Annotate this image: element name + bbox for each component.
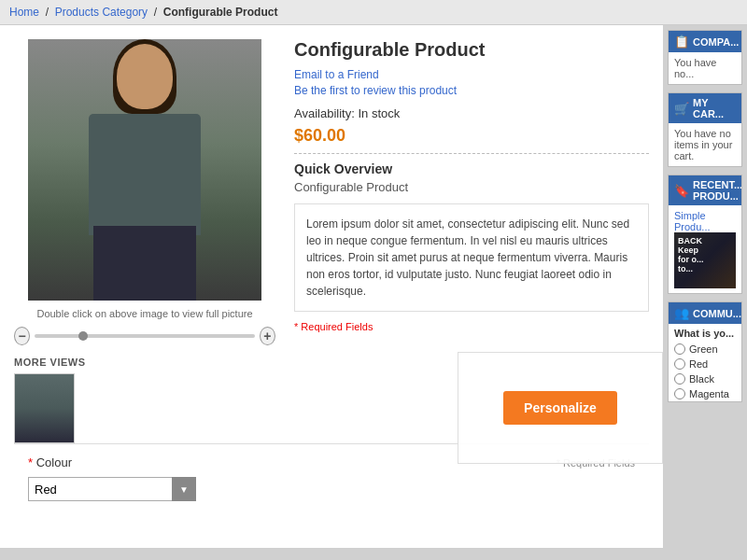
recently-title: RECENT... PRODU... <box>693 179 742 202</box>
community-option-red: Red <box>669 357 741 371</box>
content-area: Double click on above image to view full… <box>0 25 663 548</box>
personalize-overlay: Personalize <box>458 352 663 464</box>
product-price: $60.00 <box>294 126 649 146</box>
image-caption: Double click on above image to view full… <box>14 308 275 319</box>
colour-select-wrapper: Red Green Blue Black <box>28 477 196 501</box>
community-green-label: Green <box>689 343 718 355</box>
community-question: What is yo... <box>669 324 741 342</box>
zoom-slider-thumb <box>78 331 88 341</box>
community-icon: 👥 <box>674 306 689 320</box>
zoom-controls: − + <box>14 327 275 345</box>
required-fields: * Required Fields <box>294 321 649 332</box>
compare-widget: 📋 COMPA... You have no... <box>668 30 742 85</box>
zoom-in-button[interactable]: + <box>260 327 275 345</box>
community-magenta-label: Magenta <box>689 388 729 399</box>
recently-widget-header: 🔖 RECENT... PRODU... <box>669 175 741 205</box>
radio-magenta[interactable] <box>674 388 685 399</box>
required-asterisk: * <box>294 321 298 332</box>
product-image[interactable] <box>28 39 261 301</box>
more-views-label: MORE VIEWS <box>14 357 275 368</box>
quick-overview-text: Configurable Product <box>294 180 649 194</box>
community-black-label: Black <box>689 373 714 385</box>
back-label: BACKKeepfor o...to... <box>674 232 736 277</box>
cart-widget: 🛒 MY CAR... You have no items in your ca… <box>668 92 742 167</box>
compare-icon: 📋 <box>674 35 689 49</box>
review-link[interactable]: Be the first to review this product <box>294 84 649 97</box>
thumbnail-image <box>15 374 74 442</box>
cart-widget-body: You have no items in your cart. <box>669 123 741 166</box>
radio-red[interactable] <box>674 358 685 370</box>
required-star: * <box>28 455 33 469</box>
cart-widget-header: 🛒 MY CAR... <box>669 93 741 123</box>
model-jeans <box>93 226 196 301</box>
zoom-out-button[interactable]: − <box>14 327 30 345</box>
model-figure <box>28 39 261 301</box>
email-friend-link[interactable]: Email to a Friend <box>294 68 649 81</box>
product-description: Lorem ipsum dolor sit amet, consectetur … <box>294 203 649 312</box>
community-option-black: Black <box>669 371 741 386</box>
compare-widget-header: 📋 COMPA... <box>669 31 741 52</box>
thumbnail-item[interactable] <box>14 373 75 443</box>
community-widget-header: 👥 COMMU... <box>669 302 741 324</box>
model-tshirt <box>89 114 201 235</box>
community-widget: 👥 COMMU... What is yo... Green Red Black <box>668 301 742 402</box>
recently-widget: 🔖 RECENT... PRODU... Simple Produ... BAC… <box>668 175 742 294</box>
cart-title: MY CAR... <box>693 97 736 119</box>
community-red-label: Red <box>689 358 708 370</box>
radio-black[interactable] <box>674 373 685 385</box>
breadcrumb-current: Configurable Product <box>163 6 278 19</box>
recently-icon: 🔖 <box>674 184 689 198</box>
availability-value: In stock <box>358 106 400 120</box>
main-container: Double click on above image to view full… <box>0 25 747 548</box>
quick-overview-title: Quick Overview <box>294 161 649 176</box>
radio-green[interactable] <box>674 343 685 355</box>
community-option-magenta: Magenta <box>669 386 741 401</box>
colour-label-container: * Colour <box>28 455 72 469</box>
colour-label: Colour <box>36 455 72 469</box>
community-option-green: Green <box>669 342 741 357</box>
breadcrumb: Home / Products Category / Configurable … <box>0 0 747 25</box>
cart-icon: 🛒 <box>674 102 689 116</box>
compare-title: COMPA... <box>693 36 739 48</box>
page-wrapper: Home / Products Category / Configurable … <box>0 0 747 560</box>
price-divider <box>294 153 649 154</box>
breadcrumb-category[interactable]: Products Category <box>55 6 148 19</box>
availability-label: Availability: <box>294 106 355 120</box>
model-head <box>117 44 173 109</box>
availability: Availability: In stock <box>294 106 649 120</box>
sidebar: 📋 COMPA... You have no... 🛒 MY CAR... Yo… <box>663 25 747 548</box>
product-image-area: Double click on above image to view full… <box>14 39 275 443</box>
product-title: Configurable Product <box>294 39 649 61</box>
required-text: Required Fields <box>301 321 373 332</box>
colour-select[interactable]: Red Green Blue Black <box>28 477 196 501</box>
community-title: COMMU... <box>693 308 741 319</box>
recently-product-link[interactable]: Simple Produ... <box>674 210 711 232</box>
compare-widget-body: You have no... <box>669 52 741 84</box>
breadcrumb-home[interactable]: Home <box>9 6 39 19</box>
personalize-button[interactable]: Personalize <box>503 391 617 425</box>
recently-product-image: BACKKeepfor o...to... <box>674 232 736 288</box>
zoom-slider[interactable] <box>35 334 255 338</box>
colour-select-row: Red Green Blue Black <box>28 477 635 501</box>
recently-widget-body: Simple Produ... BACKKeepfor o...to... <box>669 205 741 293</box>
thumbnail-grid <box>14 373 275 443</box>
